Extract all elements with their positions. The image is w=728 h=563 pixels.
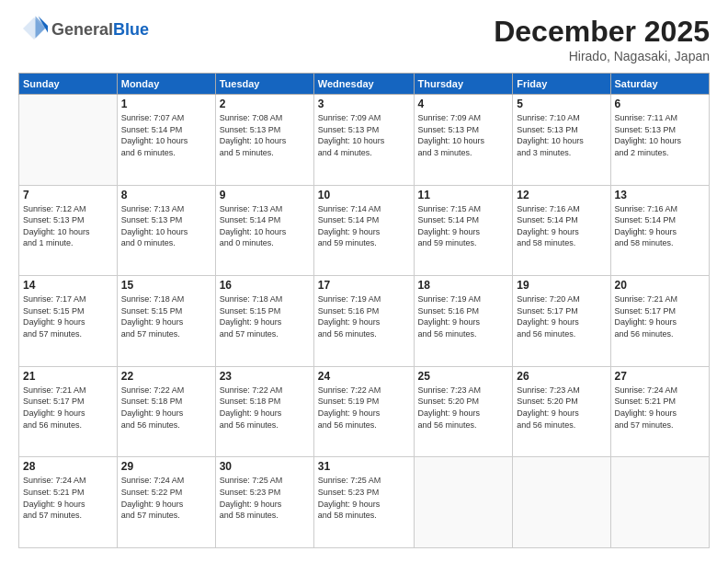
day-info: Sunrise: 7:22 AMSunset: 5:19 PMDaylight:…	[318, 385, 410, 431]
cell-w5-d6	[513, 457, 610, 548]
day-number: 23	[220, 370, 310, 383]
day-number: 7	[23, 189, 113, 201]
week-row-4: 21Sunrise: 7:21 AMSunset: 5:17 PMDayligh…	[19, 366, 710, 457]
day-number: 31	[318, 460, 410, 473]
cell-w5-d4: 31Sunrise: 7:25 AMSunset: 5:23 PMDayligh…	[313, 457, 414, 548]
day-number: 27	[615, 370, 705, 383]
cell-w4-d6: 26Sunrise: 7:23 AMSunset: 5:20 PMDayligh…	[513, 366, 610, 457]
day-number: 21	[23, 370, 113, 383]
week-row-1: 1Sunrise: 7:07 AMSunset: 5:14 PMDaylight…	[19, 95, 710, 186]
cell-w5-d5	[414, 457, 513, 548]
week-row-2: 7Sunrise: 7:12 AMSunset: 5:13 PMDaylight…	[19, 185, 710, 276]
cell-w2-d2: 8Sunrise: 7:13 AMSunset: 5:13 PMDaylight…	[117, 185, 215, 276]
day-info: Sunrise: 7:22 AMSunset: 5:18 PMDaylight:…	[220, 385, 310, 431]
col-thursday: Thursday	[414, 74, 513, 95]
day-info: Sunrise: 7:25 AMSunset: 5:23 PMDaylight:…	[318, 475, 410, 521]
header: GeneralBlue December 2025 Hirado, Nagasa…	[18, 15, 710, 63]
day-info: Sunrise: 7:09 AMSunset: 5:13 PMDaylight:…	[418, 112, 509, 158]
day-number: 30	[220, 460, 310, 473]
day-info: Sunrise: 7:22 AMSunset: 5:18 PMDaylight:…	[121, 385, 211, 431]
logo: GeneralBlue	[18, 15, 149, 46]
day-number: 8	[121, 189, 211, 201]
day-info: Sunrise: 7:16 AMSunset: 5:14 PMDaylight:…	[517, 203, 606, 249]
cell-w2-d5: 11Sunrise: 7:15 AMSunset: 5:14 PMDayligh…	[414, 185, 513, 276]
day-number: 18	[418, 279, 509, 292]
day-info: Sunrise: 7:16 AMSunset: 5:14 PMDaylight:…	[615, 203, 705, 249]
day-number: 11	[418, 189, 509, 201]
day-info: Sunrise: 7:18 AMSunset: 5:15 PMDaylight:…	[220, 293, 310, 339]
day-number: 25	[418, 370, 509, 383]
day-number: 28	[23, 460, 113, 473]
cell-w4-d4: 24Sunrise: 7:22 AMSunset: 5:19 PMDayligh…	[313, 366, 414, 457]
day-number: 17	[318, 279, 410, 292]
cell-w5-d3: 30Sunrise: 7:25 AMSunset: 5:23 PMDayligh…	[215, 457, 313, 548]
day-number: 20	[615, 279, 705, 292]
col-sunday: Sunday	[19, 74, 118, 95]
cell-w1-d4: 3Sunrise: 7:09 AMSunset: 5:13 PMDaylight…	[313, 95, 414, 186]
day-info: Sunrise: 7:24 AMSunset: 5:22 PMDaylight:…	[121, 475, 211, 521]
location: Hirado, Nagasaki, Japan	[494, 49, 710, 63]
day-number: 6	[615, 98, 705, 110]
day-info: Sunrise: 7:21 AMSunset: 5:17 PMDaylight:…	[23, 385, 113, 431]
cell-w4-d2: 22Sunrise: 7:22 AMSunset: 5:18 PMDayligh…	[117, 366, 215, 457]
day-number: 9	[220, 189, 310, 201]
day-number: 1	[121, 98, 211, 110]
day-info: Sunrise: 7:19 AMSunset: 5:16 PMDaylight:…	[418, 293, 509, 339]
cell-w5-d1: 28Sunrise: 7:24 AMSunset: 5:21 PMDayligh…	[19, 457, 118, 548]
day-number: 24	[318, 370, 410, 383]
cell-w1-d2: 1Sunrise: 7:07 AMSunset: 5:14 PMDaylight…	[117, 95, 215, 186]
logo-icon	[20, 15, 48, 42]
col-saturday: Saturday	[610, 74, 709, 95]
day-info: Sunrise: 7:12 AMSunset: 5:13 PMDaylight:…	[23, 203, 113, 249]
cell-w3-d6: 19Sunrise: 7:20 AMSunset: 5:17 PMDayligh…	[513, 276, 610, 367]
day-number: 29	[121, 460, 211, 473]
day-number: 16	[220, 279, 310, 292]
day-info: Sunrise: 7:19 AMSunset: 5:16 PMDaylight:…	[318, 293, 410, 339]
day-number: 3	[318, 98, 410, 110]
cell-w1-d5: 4Sunrise: 7:09 AMSunset: 5:13 PMDaylight…	[414, 95, 513, 186]
day-info: Sunrise: 7:14 AMSunset: 5:14 PMDaylight:…	[318, 203, 410, 249]
day-number: 19	[517, 279, 606, 292]
cell-w3-d4: 17Sunrise: 7:19 AMSunset: 5:16 PMDayligh…	[313, 276, 414, 367]
cell-w3-d3: 16Sunrise: 7:18 AMSunset: 5:15 PMDayligh…	[215, 276, 313, 367]
cell-w4-d1: 21Sunrise: 7:21 AMSunset: 5:17 PMDayligh…	[19, 366, 118, 457]
day-number: 15	[121, 279, 211, 292]
month-title: December 2025	[494, 15, 710, 49]
day-info: Sunrise: 7:21 AMSunset: 5:17 PMDaylight:…	[615, 293, 705, 339]
day-info: Sunrise: 7:13 AMSunset: 5:14 PMDaylight:…	[220, 203, 310, 249]
day-info: Sunrise: 7:13 AMSunset: 5:13 PMDaylight:…	[121, 203, 211, 249]
col-friday: Friday	[513, 74, 610, 95]
day-number: 22	[121, 370, 211, 383]
cell-w2-d4: 10Sunrise: 7:14 AMSunset: 5:14 PMDayligh…	[313, 185, 414, 276]
col-monday: Monday	[117, 74, 215, 95]
cell-w1-d1	[19, 95, 118, 186]
day-info: Sunrise: 7:10 AMSunset: 5:13 PMDaylight:…	[517, 112, 606, 158]
day-info: Sunrise: 7:09 AMSunset: 5:13 PMDaylight:…	[318, 112, 410, 158]
day-info: Sunrise: 7:20 AMSunset: 5:17 PMDaylight:…	[517, 293, 606, 339]
col-wednesday: Wednesday	[313, 74, 414, 95]
day-info: Sunrise: 7:07 AMSunset: 5:14 PMDaylight:…	[121, 112, 211, 158]
day-info: Sunrise: 7:18 AMSunset: 5:15 PMDaylight:…	[121, 293, 211, 339]
day-number: 14	[23, 279, 113, 292]
week-row-3: 14Sunrise: 7:17 AMSunset: 5:15 PMDayligh…	[19, 276, 710, 367]
day-info: Sunrise: 7:25 AMSunset: 5:23 PMDaylight:…	[220, 475, 310, 521]
cell-w3-d5: 18Sunrise: 7:19 AMSunset: 5:16 PMDayligh…	[414, 276, 513, 367]
cell-w2-d7: 13Sunrise: 7:16 AMSunset: 5:14 PMDayligh…	[610, 185, 709, 276]
day-info: Sunrise: 7:17 AMSunset: 5:15 PMDaylight:…	[23, 293, 113, 339]
logo-general-text: GeneralBlue	[51, 21, 149, 40]
cell-w4-d5: 25Sunrise: 7:23 AMSunset: 5:20 PMDayligh…	[414, 366, 513, 457]
cell-w1-d6: 5Sunrise: 7:10 AMSunset: 5:13 PMDaylight…	[513, 95, 610, 186]
day-info: Sunrise: 7:23 AMSunset: 5:20 PMDaylight:…	[517, 385, 606, 431]
cell-w4-d7: 27Sunrise: 7:24 AMSunset: 5:21 PMDayligh…	[610, 366, 709, 457]
cell-w3-d2: 15Sunrise: 7:18 AMSunset: 5:15 PMDayligh…	[117, 276, 215, 367]
day-number: 4	[418, 98, 509, 110]
day-info: Sunrise: 7:11 AMSunset: 5:13 PMDaylight:…	[615, 112, 705, 158]
page: GeneralBlue December 2025 Hirado, Nagasa…	[0, 0, 728, 563]
week-row-5: 28Sunrise: 7:24 AMSunset: 5:21 PMDayligh…	[19, 457, 710, 548]
day-number: 12	[517, 189, 606, 201]
title-block: December 2025 Hirado, Nagasaki, Japan	[494, 15, 710, 63]
cell-w5-d7	[610, 457, 709, 548]
cell-w1-d7: 6Sunrise: 7:11 AMSunset: 5:13 PMDaylight…	[610, 95, 709, 186]
col-tuesday: Tuesday	[215, 74, 313, 95]
day-info: Sunrise: 7:24 AMSunset: 5:21 PMDaylight:…	[615, 385, 705, 431]
